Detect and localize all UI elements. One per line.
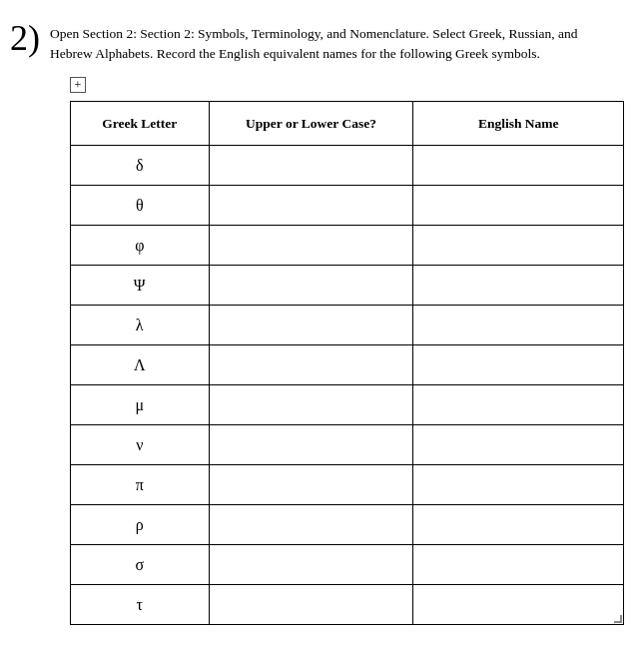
section-number: 2) [10,20,40,56]
greek-symbol-cell: θ [71,186,210,226]
table-row: θ [71,186,624,226]
page-container: 2) Open Section 2: Section 2: Symbols, T… [10,20,634,629]
english-name-cell[interactable] [413,186,624,226]
case-cell[interactable] [209,345,413,385]
col-header-english: English Name [413,102,624,146]
table-row: ρ [71,505,624,545]
case-cell[interactable] [209,385,413,425]
add-row-button[interactable]: + [70,77,86,93]
header-section: 2) Open Section 2: Section 2: Symbols, T… [10,20,634,65]
table-row: Λ [71,345,624,385]
english-name-cell[interactable] [413,306,624,345]
table-row: π [71,465,624,505]
table-wrapper: Greek Letter Upper or Lower Case? Englis… [70,101,624,629]
english-name-cell[interactable] [413,385,624,425]
greek-symbol: λ [136,317,144,333]
greek-symbol-cell: Λ [71,345,210,385]
english-name-cell[interactable] [413,465,624,505]
table-row: ν [71,425,624,465]
greek-symbol: θ [136,197,144,214]
case-cell[interactable] [209,465,413,505]
english-name-cell[interactable] [413,425,624,465]
case-cell[interactable] [209,266,413,306]
table-row: μ [71,385,624,425]
case-cell[interactable] [209,585,413,625]
greek-symbol: π [136,476,144,493]
table-row: σ [71,545,624,585]
greek-symbol: Λ [134,356,146,373]
english-name-cell[interactable] [413,226,624,266]
greek-symbol-cell: δ [71,146,210,186]
greek-symbols-table: Greek Letter Upper or Lower Case? Englis… [70,101,624,625]
greek-symbol-cell: μ [71,385,210,425]
english-name-cell[interactable] [413,146,624,186]
col-header-greek: Greek Letter [71,102,210,146]
table-header-row: Greek Letter Upper or Lower Case? Englis… [71,102,624,146]
greek-symbol: φ [135,237,144,254]
greek-symbol-cell: φ [71,226,210,266]
case-cell[interactable] [209,306,413,345]
greek-symbol: μ [135,396,144,413]
greek-symbol-cell: σ [71,545,210,585]
table-row: δ [71,146,624,186]
table-container: Greek Letter Upper or Lower Case? Englis… [70,101,624,625]
case-cell[interactable] [209,146,413,186]
section-description: Open Section 2: Section 2: Symbols, Term… [50,20,589,65]
greek-symbol: τ [137,596,143,613]
greek-symbol-cell: Ψ [71,266,210,306]
case-cell[interactable] [209,545,413,585]
greek-symbol: δ [136,157,144,174]
english-name-cell[interactable] [413,545,624,585]
greek-symbol: σ [135,556,144,573]
resize-handle[interactable] [614,615,622,623]
greek-symbol-cell: τ [71,585,210,625]
greek-symbol-cell: π [71,465,210,505]
case-cell[interactable] [209,226,413,266]
table-control: + [70,77,634,94]
table-row: Ψ [71,266,624,306]
greek-symbol-cell: ν [71,425,210,465]
greek-symbol-cell: λ [71,306,210,345]
greek-symbol: ρ [136,516,144,533]
case-cell[interactable] [209,186,413,226]
greek-symbol: Ψ [134,277,146,294]
english-name-cell[interactable] [413,345,624,385]
col-header-case: Upper or Lower Case? [209,102,413,146]
english-name-cell[interactable] [413,505,624,545]
greek-symbol: ν [136,436,143,453]
greek-symbol-cell: ρ [71,505,210,545]
english-name-cell[interactable] [413,266,624,306]
english-name-cell[interactable] [413,585,624,625]
table-row: φ [71,226,624,266]
case-cell[interactable] [209,425,413,465]
table-row: λ [71,306,624,345]
table-row: τ [71,585,624,625]
case-cell[interactable] [209,505,413,545]
